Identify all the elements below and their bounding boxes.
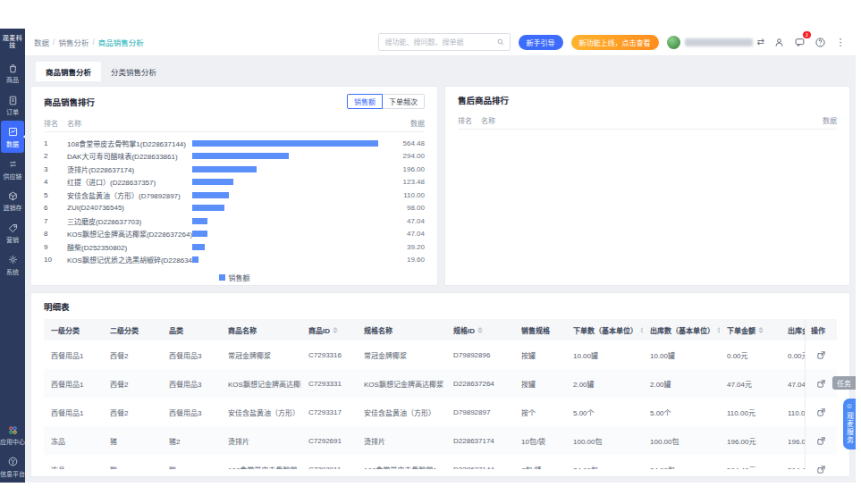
breadcrumb-separator (53, 38, 55, 46)
breadcrumb-item-current: 商品销售分析 (98, 37, 144, 47)
table-cell: 10.00罐 (566, 350, 643, 360)
bar-track (192, 231, 378, 237)
sidebar-item-data[interactable]: 数据 (1, 121, 24, 153)
table-cell: 110.00元 (720, 407, 781, 417)
customer-service-icon[interactable] (772, 36, 785, 48)
table-cell: 鸭 (103, 465, 162, 470)
bar-track (192, 205, 378, 211)
breadcrumb-separator (92, 38, 94, 46)
toggle-sales-amount[interactable]: 销售额 (347, 94, 383, 109)
view-detail-button[interactable] (806, 340, 837, 369)
table-cell: 鸭 (162, 465, 221, 470)
table-cell: 西餐用品3 (162, 350, 221, 360)
page-content: 商品销售排行 销售额 下单频次 排名 名称 数据 1108食堂带皮去骨鸭掌1(D… (25, 81, 856, 483)
sidebar-item-info-platform[interactable]: 信息平台 (0, 450, 25, 483)
help-icon[interactable] (814, 36, 826, 48)
sales-bar (192, 244, 205, 250)
search-input[interactable] (384, 38, 493, 47)
table-cell: C7293317 (301, 408, 357, 416)
rank-number: 7 (44, 217, 67, 225)
table-cell: 西餐2 (103, 350, 162, 360)
sales-bar (192, 166, 257, 172)
sort-icon[interactable] (333, 327, 338, 333)
table-cell: 西餐用品1 (44, 379, 103, 389)
toggle-order-frequency[interactable]: 下单频次 (382, 94, 425, 109)
rank-row: 3烫排片(D228637174)196.00 (44, 163, 425, 176)
sidebar-item-marketing[interactable]: 营销 (0, 217, 25, 249)
message-icon[interactable]: 1 (793, 36, 806, 48)
sidebar-item-goods[interactable]: 商品 (0, 57, 25, 89)
sidebar-item-system[interactable]: 系统 (0, 248, 25, 281)
view-detail-button[interactable] (806, 455, 837, 483)
search-icon (496, 38, 505, 46)
column-header[interactable]: 规格ID (446, 325, 514, 335)
column-header[interactable]: 出库金额 (781, 325, 805, 335)
rank-number: 6 (44, 204, 67, 212)
breadcrumb-item-sales-analysis[interactable]: 销售分析 (58, 37, 89, 47)
tab-product-sales-analysis[interactable]: 商品销售分析 (36, 62, 101, 81)
rank-number: 8 (44, 230, 67, 238)
sort-icon[interactable] (758, 327, 764, 333)
sales-value: 123.48 (385, 178, 425, 186)
table-cell: 按罐 (514, 379, 566, 389)
tab-category-sales-analysis[interactable]: 分类销售分析 (101, 62, 166, 81)
table-row: 西餐用品1西餐2西餐用品3KOS飘想记金牌高达椰浆C7293331KOS飘想记金… (44, 369, 805, 398)
column-header[interactable]: 出库数（基本单位） (643, 325, 720, 335)
table-row: 冻品猪猪2烫排片C7292691烫排片D22863717410包/袋100.00… (44, 426, 805, 455)
column-header[interactable]: 商品ID (301, 325, 357, 335)
view-detail-button[interactable] (806, 398, 837, 426)
breadcrumb-item-data[interactable]: 数据 (34, 37, 49, 47)
op-column-body (806, 340, 837, 483)
sales-value: 196.00 (385, 165, 425, 173)
table-cell: D228637144 (446, 466, 514, 470)
rank-row: 6ZUI(D240736545)98.00 (44, 202, 425, 215)
new-feature-button[interactable]: 新功能上线，点击查看 (571, 35, 659, 50)
sidebar-item-orders[interactable]: 订单 (0, 89, 25, 122)
sidebar-item-app-center[interactable]: 应用中心 (0, 419, 25, 451)
column-header[interactable]: 下单金额 (720, 325, 781, 335)
sidebar: 观麦科技 商品 订单 数据 供应链 进销存 营销 系统 (0, 29, 25, 483)
sales-bar (192, 153, 289, 159)
user-account[interactable]: ⇄ (667, 36, 764, 49)
breadcrumb: 数据 销售分析 商品销售分析 (34, 37, 144, 47)
column-header: 一级分类 (44, 325, 103, 335)
table-cell: 按个 (514, 407, 566, 417)
sales-value: 47.04 (385, 217, 425, 225)
aftersales-rank-card: 售后商品排行 排名 名称 数据 (444, 86, 850, 286)
view-detail-icon (816, 350, 826, 360)
avatar[interactable] (667, 36, 680, 49)
sort-icon[interactable] (477, 327, 483, 333)
rank-number: 2 (44, 152, 67, 160)
task-floating-button[interactable]: 任务 (832, 376, 856, 390)
more-icon[interactable]: ⋮ (834, 36, 847, 48)
page-tabs: 商品销售分析 分类销售分析 (25, 56, 856, 81)
table-cell: 564.48元 (720, 465, 781, 470)
table-cell: 冻品 (44, 436, 103, 446)
sales-bar (192, 179, 233, 185)
switch-account-icon[interactable]: ⇄ (757, 38, 764, 46)
box-icon (7, 190, 19, 203)
op-column-header: 操作 (806, 319, 837, 340)
product-name: 三边磨皮(D228637703) (67, 216, 192, 226)
aftersales-empty-area (458, 130, 837, 278)
detail-table-scroll-area[interactable]: 一级分类二级分类品类商品名称商品ID规格名称规格ID销售规格下单数（基本单位）出… (44, 319, 805, 469)
table-cell: D228637174 (446, 437, 514, 445)
sales-value: 19.60 (385, 256, 425, 264)
global-search[interactable] (378, 33, 511, 51)
table-cell: 0.00元 (720, 350, 781, 360)
chart-legend: 销售额 (44, 266, 425, 285)
table-cell: 0.00元 (781, 350, 805, 360)
table-cell: 猪2 (162, 436, 221, 446)
table-cell: 108食堂带皮去骨鸭掌 (221, 465, 301, 470)
column-header[interactable]: 下单数（基本单位） (566, 325, 643, 335)
table-cell: 西餐用品3 (162, 379, 221, 389)
sidebar-item-inventory[interactable]: 进销存 (0, 185, 25, 217)
sidebar-item-supply-chain[interactable]: 供应链 (0, 153, 25, 185)
sales-value: 564.48 (385, 139, 425, 147)
view-detail-button[interactable] (806, 426, 837, 455)
newbie-guide-button[interactable]: 新手引导 (519, 35, 563, 50)
smile-icon: ☺ (846, 403, 853, 410)
service-floating-button[interactable]: ☺ 观麦服务 (843, 399, 856, 449)
product-name: DAK大可寿司醋味表(D228633861) (67, 151, 192, 161)
product-name: 醋柴(D252350802) (67, 242, 192, 252)
